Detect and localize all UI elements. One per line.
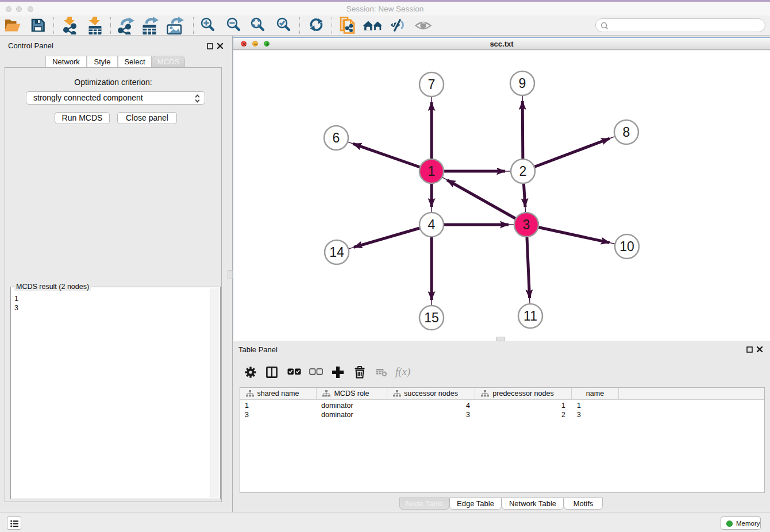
- svg-text:11: 11: [523, 309, 537, 323]
- svg-text:15: 15: [424, 310, 439, 325]
- svg-text:6: 6: [333, 130, 340, 145]
- svg-text:7: 7: [428, 77, 436, 92]
- svg-text:9: 9: [519, 76, 526, 91]
- svg-text:10: 10: [619, 239, 634, 254]
- svg-text:1: 1: [428, 164, 436, 179]
- svg-text:2: 2: [519, 164, 527, 179]
- svg-text:3: 3: [523, 217, 530, 232]
- svg-text:4: 4: [428, 217, 436, 232]
- svg-text:14: 14: [329, 245, 344, 260]
- svg-text:8: 8: [623, 125, 630, 140]
